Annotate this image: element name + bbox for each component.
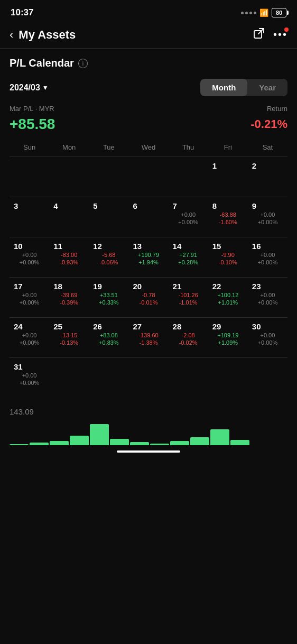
calendar-cell[interactable]: 24+0.00+0.00%: [10, 317, 49, 357]
calendar-cell[interactable]: 18-39.69-0.39%: [49, 277, 89, 317]
calendar-cell[interactable]: 3: [10, 197, 49, 237]
calendar-cell: [128, 157, 168, 197]
calendar-cell[interactable]: 2: [248, 157, 287, 197]
chart-bar: [110, 439, 129, 445]
calendar-cell[interactable]: 14+27.91+0.28%: [169, 237, 208, 277]
cal-pct-value: -0.93%: [51, 259, 87, 265]
chart-bar: [90, 424, 109, 445]
cal-pct-value: +0.28%: [171, 259, 206, 265]
cal-pct-value: +0.00%: [12, 299, 47, 306]
cal-day-number: 6: [131, 201, 166, 210]
calendar-cell: [208, 357, 248, 398]
cal-pl-value: -83.00: [51, 252, 87, 258]
calendar-cell[interactable]: 6: [128, 197, 168, 237]
chart-bar: [230, 440, 249, 445]
cal-pl-value: -2.08: [171, 332, 206, 338]
cal-day-number: 27: [131, 322, 166, 331]
cal-day-number: 19: [91, 282, 126, 291]
calendar-cell[interactable]: 23+0.00+0.00%: [248, 277, 287, 317]
cal-pl-value: +0.00: [12, 332, 47, 338]
cal-day-number: 24: [12, 322, 47, 331]
calendar-cell[interactable]: 16+0.00+0.00%: [248, 237, 287, 277]
calendar-cell: [169, 157, 208, 197]
calendar-cell[interactable]: 1: [208, 157, 248, 197]
date-selector[interactable]: 2024/03 ▼: [10, 83, 49, 93]
calendar-cell[interactable]: 28-2.08-0.02%: [169, 317, 208, 357]
calendar-cell: [89, 357, 128, 398]
info-icon[interactable]: i: [78, 59, 88, 68]
year-toggle-button[interactable]: Year: [247, 79, 287, 96]
return-label: Return: [267, 105, 287, 113]
cal-day-number: 15: [210, 242, 246, 251]
export-icon[interactable]: [253, 27, 265, 42]
cal-day-number: 14: [171, 242, 206, 251]
cal-pct-value: -0.06%: [91, 259, 126, 265]
battery-icon: 80: [272, 8, 286, 17]
pl-title-row: P/L Calendar i: [10, 57, 287, 69]
cal-day-number: 5: [91, 201, 126, 210]
cal-pl-value: +83.08: [91, 332, 126, 338]
calendar-cell[interactable]: 19+33.51+0.33%: [89, 277, 128, 317]
calendar-cell: [128, 357, 168, 398]
weekday-header: Fri: [208, 140, 248, 154]
calendar-cell[interactable]: 22+100.12+1.01%: [208, 277, 248, 317]
selector-row: 2024/03 ▼ Month Year: [10, 79, 287, 96]
back-button[interactable]: ‹: [10, 28, 13, 42]
cal-pl-value: -0.78: [131, 292, 166, 298]
cal-pl-value: +0.00: [250, 211, 285, 218]
page-title: My Assets: [18, 28, 76, 42]
chart-bar: [70, 436, 89, 445]
calendar-cell[interactable]: 26+83.08+0.83%: [89, 317, 128, 357]
calendar-cell[interactable]: 5: [89, 197, 128, 237]
cal-pct-value: +0.33%: [91, 299, 126, 306]
calendar-cell[interactable]: 12-5.68-0.06%: [89, 237, 128, 277]
chart-bar: [190, 437, 209, 445]
status-icons: 📶 80: [241, 8, 286, 17]
calendar-cell[interactable]: 30+0.00+0.00%: [248, 317, 287, 357]
calendar-cell[interactable]: 20-0.78-0.01%: [128, 277, 168, 317]
calendar-cell[interactable]: 13+190.79+1.94%: [128, 237, 168, 277]
calendar-cell[interactable]: 9+0.00+0.00%: [248, 197, 287, 237]
cal-pct-value: -0.01%: [131, 299, 166, 306]
calendar-cell[interactable]: 31+0.00+0.00%: [10, 357, 49, 398]
cal-day-number: 3: [12, 201, 47, 210]
calendar-header: SunMonTueWedThuFriSat: [10, 140, 287, 154]
chevron-down-icon: ▼: [42, 84, 49, 91]
calendar-cell[interactable]: 8-63.88-1.60%: [208, 197, 248, 237]
calendar-cell[interactable]: 21-101.26-1.01%: [169, 277, 208, 317]
weekday-header: Sun: [10, 140, 49, 154]
calendar-cell[interactable]: 29+109.19+1.09%: [208, 317, 248, 357]
chart-bar: [10, 444, 29, 445]
cal-day-number: 17: [12, 282, 47, 291]
calendar-cell: [49, 357, 89, 398]
cal-day-number: 13: [131, 242, 166, 251]
view-toggle: Month Year: [200, 79, 287, 96]
cal-pl-value: -5.68: [91, 252, 126, 258]
cal-pct-value: +0.00%: [250, 299, 285, 306]
cal-pl-value: +0.00: [12, 292, 47, 298]
cal-pl-value: +0.00: [250, 292, 285, 298]
month-toggle-button[interactable]: Month: [200, 79, 247, 96]
calendar-cell[interactable]: 17+0.00+0.00%: [10, 277, 49, 317]
cal-day-number: 9: [250, 201, 285, 210]
cal-day-number: 10: [12, 242, 47, 251]
cal-day-number: 25: [51, 322, 87, 331]
date-selector-text: 2024/03: [10, 83, 40, 93]
cal-pl-value: -63.88: [210, 211, 246, 218]
calendar-cell[interactable]: 15-9.90-0.10%: [208, 237, 248, 277]
calendar-cell[interactable]: 25-13.15-0.13%: [49, 317, 89, 357]
calendar-cell[interactable]: 10+0.00+0.00%: [10, 237, 49, 277]
cal-day-number: 31: [12, 362, 47, 371]
cal-day-number: 28: [171, 322, 206, 331]
calendar-cell[interactable]: 11-83.00-0.93%: [49, 237, 89, 277]
scroll-indicator[interactable]: [117, 450, 180, 453]
cal-pl-value: +0.00: [12, 252, 47, 258]
cal-day-number: 22: [210, 282, 246, 291]
cal-pl-value: +33.51: [91, 292, 126, 298]
calendar-cell[interactable]: 27-139.60-1.38%: [128, 317, 168, 357]
cal-pl-value: +0.00: [250, 332, 285, 338]
calendar-cell[interactable]: 4: [49, 197, 89, 237]
calendar-cell[interactable]: 7+0.00+0.00%: [169, 197, 208, 237]
cal-pl-value: +0.00: [12, 372, 47, 379]
signal-icon: [241, 12, 256, 14]
